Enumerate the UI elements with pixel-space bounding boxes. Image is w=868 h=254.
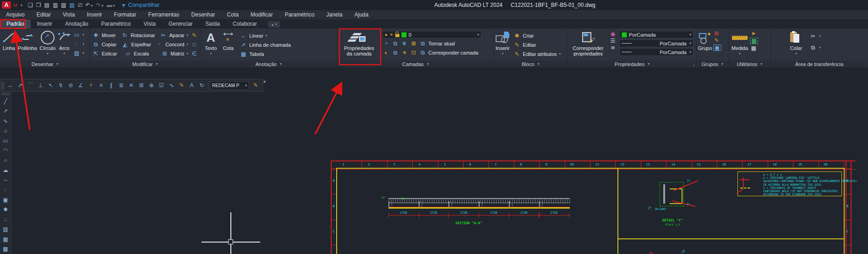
dim-arc-length-icon[interactable]: ⌒ <box>26 81 35 90</box>
tab-gerenciar[interactable]: Gerenciar <box>162 20 199 28</box>
texto-button[interactable]: ATexto▾ <box>205 30 217 61</box>
dim-text-edit-icon[interactable]: A <box>187 81 197 90</box>
dim-linear-icon[interactable]: ↔ <box>5 81 15 90</box>
linetype-select[interactable]: PorCamada▾ <box>619 48 693 56</box>
dim-jogged-icon[interactable]: ↯ <box>56 81 66 90</box>
ungroup-icon[interactable]: ⊠ <box>713 31 721 36</box>
panel-footer-camadas[interactable]: Camadas▾ <box>338 61 493 67</box>
tab-padrao[interactable]: Padrão <box>0 20 31 28</box>
save-as-icon[interactable]: ▥ <box>53 2 58 8</box>
menu-item[interactable]: Ferramentas <box>142 10 186 19</box>
menu-item[interactable]: Paramétrico <box>279 10 321 19</box>
make-block-icon[interactable]: ✱ <box>0 205 11 215</box>
dimension-style-select[interactable]: REDECAM P ▾ <box>210 81 249 90</box>
tab-parametrico[interactable]: Paramétrico <box>95 20 137 28</box>
menu-item[interactable]: Ajuda <box>349 10 375 19</box>
rectangle-tool-button[interactable]: ▭▾ <box>73 31 84 39</box>
object-color-select[interactable]: PorCamada▾ <box>619 31 693 39</box>
lineweight-select[interactable]: PorCamada▾ <box>619 39 693 47</box>
plot-icon[interactable]: ▨ <box>70 2 75 8</box>
panel-footer-anotacao[interactable]: Anotação▾ <box>200 61 337 67</box>
layer-properties-button[interactable]: Propriedadesda camada <box>339 30 379 61</box>
menu-item[interactable]: Editar <box>31 10 57 19</box>
offset-icon[interactable]: ∈ <box>191 51 198 56</box>
menu-item[interactable]: Vista <box>57 10 81 19</box>
dim-jog-line-icon[interactable]: ∿ <box>167 81 176 90</box>
espelhar-button[interactable]: ◭Espelhar <box>121 40 151 49</box>
match-properties-button[interactable]: 🖌 Corresponderpropriedades <box>570 30 606 61</box>
panel-footer-grupos[interactable]: Grupos▾ <box>697 61 728 67</box>
layer-freeze-icon[interactable]: ❄ <box>401 41 408 46</box>
tab-inserir[interactable]: Inserir <box>31 20 59 28</box>
tab-saida[interactable]: Saída <box>199 20 226 28</box>
tornar-atual-button[interactable]: Tornar atual <box>428 41 455 46</box>
linha-button[interactable]: Linha <box>3 30 15 61</box>
dimension-style-button[interactable]: ✎✕ <box>250 81 262 90</box>
menu-item[interactable]: Desenhar <box>186 10 221 19</box>
group-select-icon[interactable]: ▣ <box>713 44 721 51</box>
dim-center-mark-icon[interactable]: ⊕ <box>147 81 156 90</box>
customize-qat-icon[interactable]: ▬▾ <box>107 2 115 8</box>
dialog-launcher-icon[interactable]: ⌟ <box>693 62 695 66</box>
dim-space-icon[interactable]: ≣ <box>116 81 126 90</box>
explode-icon[interactable]: □ <box>191 42 198 47</box>
concord-button[interactable]: ◜Concord▾□ <box>156 40 198 49</box>
dim-break-icon[interactable]: ✕ <box>126 81 136 90</box>
aparar-button[interactable]: ✂Aparar▾✎ <box>159 31 198 39</box>
line-icon[interactable]: ╱ <box>0 96 11 106</box>
escala-button[interactable]: ▱Escala <box>124 49 156 58</box>
tab-anotacao[interactable]: Anotação <box>59 20 95 28</box>
hatch-tool-button[interactable]: ▨▾ <box>73 49 84 57</box>
circle-icon[interactable]: ○ <box>0 155 11 166</box>
menu-item[interactable]: Janela <box>320 10 348 19</box>
dim-update-icon[interactable]: ↻ <box>197 81 207 90</box>
dim-baseline-icon[interactable]: ≡ <box>96 81 106 90</box>
toolbar-grip[interactable] <box>1 81 4 89</box>
dim-continue-icon[interactable]: ∥ <box>106 81 116 90</box>
menu-item[interactable]: Arquivo <box>0 10 31 19</box>
insert-block-icon[interactable]: ▣ <box>0 195 11 205</box>
colar-button[interactable]: Colar▾ <box>789 30 803 61</box>
editar-bloco-button[interactable]: ✎Editar <box>513 40 561 49</box>
dim-radius-icon[interactable]: ↖ <box>46 81 55 90</box>
layer-select[interactable]: ● ☀ 0 ▾ <box>382 31 481 39</box>
ellipse-tool-button[interactable]: ◌▾ <box>73 40 84 48</box>
polygon-icon[interactable]: ⌂ <box>0 126 11 136</box>
copiar-button[interactable]: ⧉Copiar <box>92 40 117 49</box>
new-file-icon[interactable]: ❑ <box>28 2 33 8</box>
circulo-button[interactable]: Círculo▾ <box>40 30 56 61</box>
panel-footer-modificar[interactable]: Modificar▾ <box>90 61 200 67</box>
panel-footer-area[interactable]: Área de transferência <box>771 61 868 67</box>
revision-cloud-icon[interactable]: ☁ <box>0 166 11 176</box>
rotacionar-button[interactable]: ↻Rotacionar <box>121 31 155 39</box>
color-wheel-icon[interactable]: ◉ <box>609 31 617 37</box>
spline-icon[interactable]: ∼ <box>0 175 11 185</box>
medida-button[interactable]: Medida▾ <box>732 30 748 61</box>
hatch-icon[interactable]: ▨ <box>0 225 11 235</box>
lineweight-icon[interactable]: ☰ <box>609 38 617 44</box>
panel-footer-desenhar[interactable]: Desenhar▾ <box>0 61 90 67</box>
linetype-icon[interactable]: ≋ <box>609 45 617 50</box>
dim-edit-icon[interactable]: ✎ <box>177 81 186 90</box>
menu-item[interactable]: Cota <box>221 10 245 19</box>
grupo-button[interactable]: ✦Grupo <box>698 30 712 61</box>
menu-item[interactable]: Formatar <box>108 10 142 19</box>
construction-line-icon[interactable]: ↗ <box>0 106 11 116</box>
dim-diameter-icon[interactable]: ⊘ <box>66 81 76 90</box>
layer-isolate-icon[interactable]: ⧉ <box>392 41 399 46</box>
close-icon[interactable]: ✕ <box>263 80 266 84</box>
linear-button[interactable]: ↔Linear▾ <box>240 31 291 40</box>
dim-aligned-icon[interactable]: ⇗ <box>16 81 25 90</box>
editar-atributos-button[interactable]: ✎Editar atributos▾ <box>513 50 561 58</box>
drawing-canvas[interactable]: 1234567891011121314151617181920 ABCDEF A… <box>0 67 868 254</box>
tab-vista[interactable]: Vista <box>137 20 162 28</box>
layer-off-icon[interactable]: ◔ <box>382 41 390 46</box>
linha-chamada-button[interactable]: ↗Linha de chamada <box>240 40 291 49</box>
mover-button[interactable]: ✚Mover <box>92 31 116 39</box>
arc-icon[interactable]: ◠ <box>0 146 11 156</box>
open-file-icon[interactable]: ❒ <box>36 2 41 8</box>
tab-colaborar[interactable]: Colaborar <box>226 20 263 28</box>
layer-unisolate-icon[interactable]: ⧉ <box>392 50 399 55</box>
point-icon[interactable]: ∴ <box>0 215 11 225</box>
select-window-icon[interactable]: ▩ <box>750 38 758 44</box>
